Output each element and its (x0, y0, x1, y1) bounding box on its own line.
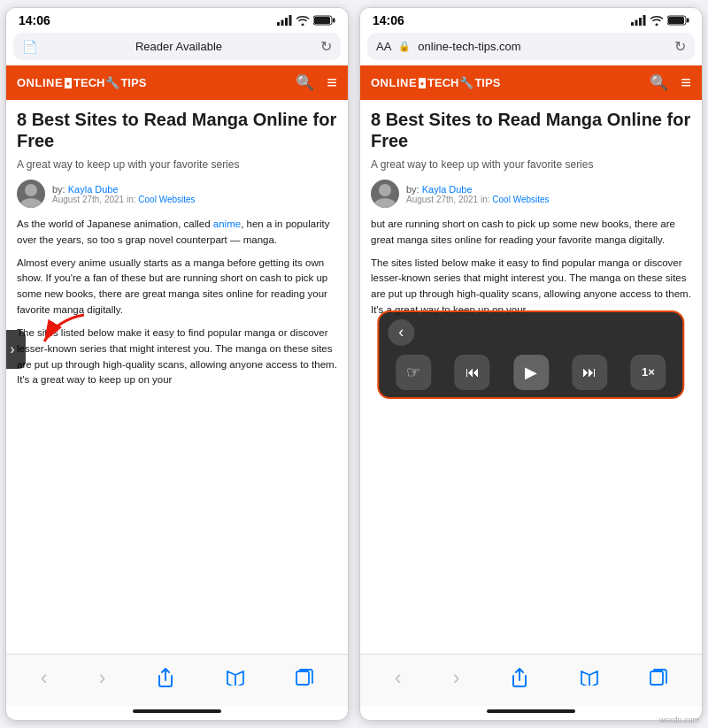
svg-point-8 (19, 198, 42, 208)
author-date-right: August 27th, 2021 in: Cool Websites (406, 195, 550, 204)
article-subtitle-left: A great way to keep up with your favorit… (17, 158, 337, 171)
status-icons-right (631, 15, 689, 26)
svg-rect-16 (668, 17, 684, 24)
search-icon-right[interactable]: 🔍 (650, 73, 668, 92)
bottom-toolbar-left: ‹ › (6, 654, 348, 706)
forward-btn-left[interactable]: › (91, 662, 112, 694)
audio-speed-btn[interactable]: 1× (630, 355, 666, 390)
forward-btn-right[interactable]: › (445, 662, 466, 694)
left-phone: 14:06 (5, 7, 349, 721)
menu-icon-right[interactable]: ≡ (681, 73, 691, 93)
address-text-left: Reader Available (44, 40, 313, 53)
back-btn-left[interactable]: ‹ (34, 662, 55, 694)
article-body-right: but are running short on cash to pick up… (371, 217, 691, 318)
audio-player-overlay: ‹ ☞ ⏮ ▶ ⏭ 1× (377, 310, 684, 399)
site-header-right: ONLINE ▪ TECH 🔧 TIPS 🔍 ≡ (360, 65, 702, 100)
author-avatar-right (371, 180, 399, 208)
lock-icon-right: 🔒 (398, 41, 411, 52)
body-para2-right: The sites listed below make it easy to f… (371, 256, 691, 318)
back-btn-right[interactable]: ‹ (388, 662, 409, 694)
audio-hand-btn[interactable]: ☞ (396, 355, 431, 390)
svg-point-7 (25, 184, 37, 196)
svg-rect-5 (314, 17, 330, 24)
author-row-left: by: Kayla Dube August 27th, 2021 in: Coo… (17, 180, 337, 208)
bottom-toolbar-right: ‹ › (360, 654, 702, 706)
svg-rect-12 (635, 20, 638, 27)
reader-btn-left[interactable] (219, 666, 252, 689)
logo-tips-right: TIPS (474, 76, 500, 89)
wifi-icon-left (296, 15, 310, 26)
status-bar-right: 14:06 (360, 8, 702, 31)
red-arrow-annotation (31, 310, 102, 367)
audio-play-btn[interactable]: ▶ (513, 355, 549, 390)
audio-player-top: ‹ (388, 319, 673, 346)
author-info-left: by: Kayla Dube August 27th, 2021 in: Coo… (52, 184, 196, 204)
right-phone: 14:06 (359, 7, 703, 721)
logo-sep1-right: ▪ (419, 78, 426, 88)
logo-online-right: ONLINE (371, 76, 417, 89)
watermark: wsxdn.com (659, 716, 699, 724)
battery-icon-right (667, 15, 689, 26)
site-header-icons-right: 🔍 ≡ (650, 73, 691, 93)
tabs-btn-left[interactable] (289, 665, 320, 690)
address-bar-right[interactable]: AA 🔒 online-tech-tips.com ↻ (367, 33, 695, 60)
time-right: 14:06 (373, 13, 404, 27)
author-name-right: by: Kayla Dube (406, 184, 550, 195)
audio-back-btn[interactable]: ‹ (388, 319, 414, 346)
article-content-left: 8 Best Sites to Read Manga Online for Fr… (6, 100, 348, 654)
audio-next-btn[interactable]: ⏭ (572, 355, 607, 390)
status-bar-left: 14:06 (6, 8, 348, 31)
author-info-right: by: Kayla Dube August 27th, 2021 in: Coo… (406, 184, 550, 204)
svg-rect-6 (333, 19, 335, 23)
body-para1-left: As the world of Japanese animation, call… (17, 217, 337, 249)
site-logo-right: ONLINE ▪ TECH 🔧 TIPS (371, 76, 500, 89)
svg-rect-11 (631, 22, 634, 26)
logo-tech: TECH (73, 76, 104, 89)
reload-icon-left[interactable]: ↻ (320, 38, 332, 55)
anime-link-left[interactable]: anime (213, 218, 241, 229)
reader-btn-right[interactable] (573, 666, 606, 689)
share-btn-right[interactable] (504, 664, 535, 691)
search-icon-left[interactable]: 🔍 (296, 73, 314, 92)
author-date-left: August 27th, 2021 in: Cool Websites (52, 195, 196, 204)
reload-icon-right[interactable]: ↻ (674, 38, 686, 55)
site-header-icons-left: 🔍 ≡ (296, 73, 337, 93)
signal-icon-right (631, 15, 646, 26)
document-icon-left: 📄 (22, 40, 37, 54)
svg-rect-13 (639, 18, 642, 26)
body-para1-right: but are running short on cash to pick up… (371, 217, 691, 249)
status-icons-left (277, 15, 335, 26)
address-bar-left[interactable]: 📄 Reader Available ↻ (13, 33, 341, 60)
logo-tech-right: TECH (427, 76, 458, 89)
article-title-left: 8 Best Sites to Read Manga Online for Fr… (17, 109, 337, 151)
svg-rect-0 (277, 22, 280, 26)
audio-controls: ☞ ⏮ ▶ ⏭ 1× (388, 355, 673, 390)
svg-rect-10 (296, 671, 309, 685)
signal-icon-left (277, 15, 292, 26)
svg-rect-17 (687, 19, 689, 23)
author-name-left: by: Kayla Dube (52, 184, 196, 195)
site-logo-left: ONLINE ▪ TECH 🔧 TIPS (17, 76, 146, 89)
svg-rect-2 (285, 18, 288, 26)
share-btn-left[interactable] (150, 664, 181, 691)
logo-tips: TIPS (120, 76, 146, 89)
svg-point-19 (373, 198, 396, 208)
logo-wrench-right: 🔧 (459, 76, 473, 89)
logo-online: ONLINE (17, 76, 63, 89)
audio-prev-btn[interactable]: ⏮ (455, 355, 490, 390)
menu-icon-left[interactable]: ≡ (327, 73, 337, 93)
article-subtitle-right: A great way to keep up with your favorit… (371, 158, 691, 171)
article-content-right: 8 Best Sites to Read Manga Online for Fr… (360, 100, 702, 654)
home-indicator-left (133, 709, 221, 713)
logo-wrench: 🔧 (105, 76, 119, 89)
svg-rect-1 (281, 20, 284, 27)
svg-rect-20 (650, 671, 663, 685)
tabs-btn-right[interactable] (643, 665, 674, 690)
aa-text-right[interactable]: AA (376, 40, 391, 53)
site-header-left: ONLINE ▪ TECH 🔧 TIPS 🔍 ≡ (6, 65, 348, 100)
logo-separator1: ▪ (65, 78, 72, 88)
svg-rect-14 (643, 15, 646, 26)
battery-icon-left (313, 15, 335, 26)
wifi-icon-right (650, 15, 664, 26)
floating-forward-btn-left[interactable]: › (6, 330, 26, 369)
